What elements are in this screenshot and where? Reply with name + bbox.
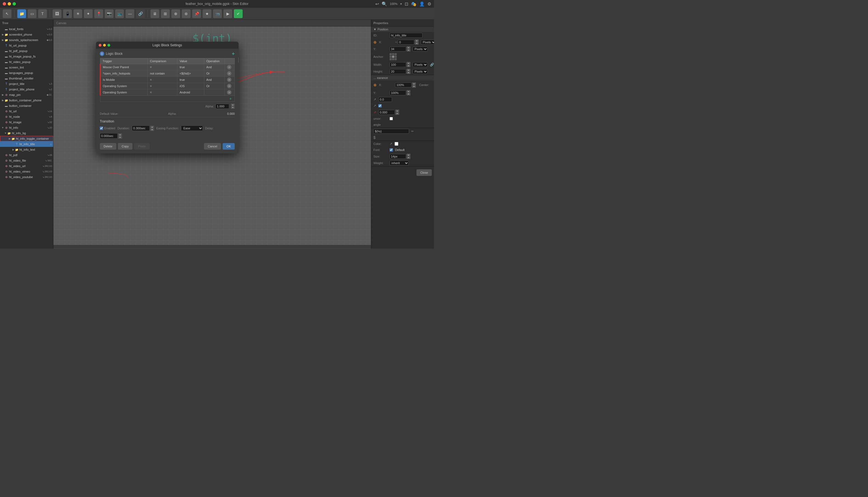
anchor-br[interactable] <box>394 58 397 60</box>
select-tool[interactable]: ↖ <box>3 9 12 18</box>
anchor-bl[interactable] <box>390 58 392 60</box>
search-icon[interactable]: 🔍 <box>382 1 387 6</box>
scale-x-increment[interactable]: ▲ <box>412 83 416 85</box>
maximize-button[interactable] <box>13 2 16 5</box>
scale-x-input[interactable] <box>395 83 411 87</box>
canvas-scrollbar-horizontal[interactable] <box>54 245 371 248</box>
rotation-increment[interactable]: ▲ <box>395 110 399 112</box>
folder-tool[interactable]: 📁 <box>17 9 26 18</box>
delay-increment[interactable]: ▲ <box>118 133 122 136</box>
rectangle-tool[interactable]: ▭ <box>28 9 37 18</box>
display-tool[interactable]: 📺 <box>115 9 124 18</box>
tree-item-ht-url[interactable]: ⚙ ht_url ↘14 <box>0 109 53 114</box>
arrow-tool[interactable]: ⊛ <box>182 9 191 18</box>
height-unit-select[interactable]: Pixels Percent <box>412 69 428 74</box>
tree-item-ht-image[interactable]: ⚙ ht_image ↘32 <box>0 119 53 125</box>
tree-item-ht-info-bg[interactable]: ▼ 📁 ht_info_bg <box>0 130 53 136</box>
width-unit-select[interactable]: Pixels Percent <box>412 62 428 67</box>
size-increment[interactable]: ▲ <box>407 154 410 156</box>
row-delete-btn[interactable]: ✕ <box>227 77 232 82</box>
tree-item-ht-video-youtube[interactable]: ⚙ ht_video_youtube ↘382,63 <box>0 174 53 180</box>
settings-icon[interactable]: ⚙ <box>428 1 431 6</box>
add-row-button[interactable]: + <box>232 51 235 57</box>
tree-item-screentint[interactable]: ▶ 📁 screentint_phone ↘0,0 <box>0 32 53 37</box>
duration-input[interactable] <box>132 126 150 131</box>
x-input[interactable] <box>398 40 414 45</box>
alpha-input[interactable] <box>215 104 229 109</box>
modal-max-button[interactable] <box>108 44 110 46</box>
y-decrement[interactable]: ▼ <box>407 49 410 52</box>
width-input[interactable] <box>390 62 406 67</box>
rotation-decrement[interactable]: ▼ <box>395 112 399 115</box>
line-tool[interactable]: — <box>126 9 134 18</box>
link-chain-icon[interactable]: 🔗 <box>430 63 434 67</box>
tree-item-ht-video-popup[interactable]: ▬ ht_video_popup <box>0 59 53 65</box>
x-decrement[interactable]: ▼ <box>415 42 419 45</box>
play-tool[interactable]: ▶ <box>223 9 232 18</box>
skin-icon[interactable]: 🎭 <box>411 1 417 6</box>
enabled-checkbox[interactable] <box>100 127 103 130</box>
rotation-input[interactable] <box>378 110 395 115</box>
tree-item-ht-info[interactable]: ▼ ⚙ ht_info ↘20 <box>0 125 53 130</box>
anchor-tl[interactable] <box>390 53 392 55</box>
tree-item-project-title-phone[interactable]: T project_title_phone ↘2 <box>0 87 53 92</box>
y-input[interactable] <box>390 46 406 52</box>
delay-input[interactable] <box>100 133 117 139</box>
tree-item-ht-video-url[interactable]: ⚙ ht_video_url ↘382,63 <box>0 163 53 169</box>
row-delete-btn[interactable]: ✕ <box>227 65 232 69</box>
window-controls[interactable] <box>3 2 16 5</box>
row-delete-btn[interactable]: ✕ <box>227 90 232 95</box>
dollar-icon[interactable]: $ <box>374 136 376 140</box>
tree-item-ht-image-popup[interactable]: ▬ ht_image_popup_fs <box>0 54 53 59</box>
add-condition-btn[interactable]: + <box>229 97 232 101</box>
visibility-checkbox[interactable] <box>378 104 382 108</box>
width-increment[interactable]: ▲ <box>407 62 410 65</box>
row-delete-btn[interactable]: ✕ <box>227 84 232 88</box>
easing-select[interactable]: Ease Linear Ease In Ease Out <box>181 126 203 131</box>
duration-decrement[interactable]: ▼ <box>150 128 154 131</box>
id-input[interactable] <box>390 33 422 38</box>
modal-window-controls[interactable] <box>99 44 110 46</box>
tree-item-ht-video-vimeo[interactable]: ⚙ ht_video_vimeo ↘382,63 <box>0 169 53 174</box>
tree-item-sounds[interactable]: ▶ 📁 sounds_splashscreen ◆0,0 <box>0 37 53 43</box>
opacity-input[interactable] <box>378 97 392 102</box>
preview-icon[interactable]: ⊡ <box>405 1 408 6</box>
sun-tool[interactable]: ☀ <box>73 9 82 18</box>
location-tool[interactable]: 📌 <box>192 9 201 18</box>
tree-item-ht-info-toggle[interactable]: ▶ 📁 ht_info_toggle_container <box>0 136 53 141</box>
close-button[interactable] <box>3 2 6 5</box>
screen-tool[interactable]: 📱 <box>63 9 72 18</box>
color-swatch[interactable] <box>394 142 398 146</box>
logic-block-modal[interactable]: Logic Block Settings i Logic Block + ✕ <box>96 42 239 153</box>
delete-button[interactable]: Delete <box>100 143 116 150</box>
text-tool[interactable]: T <box>38 9 47 18</box>
tree-item-ht-info-text[interactable]: ▶ 📁 ht_info_text <box>0 147 53 152</box>
delete-cell[interactable]: ✕ <box>225 64 235 70</box>
cancel-button[interactable]: Cancel <box>204 143 221 150</box>
cursor-checkbox[interactable] <box>390 117 393 120</box>
tree-item-thumbnail-scroller[interactable]: ▬ thumbnail_scroller <box>0 76 53 81</box>
scale-y-input[interactable] <box>390 90 406 95</box>
anchor-mr[interactable] <box>394 56 397 58</box>
x-increment[interactable]: ▲ <box>415 40 419 42</box>
tree-item-local-fonts[interactable]: ▬ local_fonts ↘0,0 <box>0 26 53 32</box>
camera-tool[interactable]: 📹 <box>213 9 222 18</box>
scale-x-decrement[interactable]: ▼ <box>412 85 416 88</box>
delete-cell[interactable]: ✕ <box>225 83 235 89</box>
y-increment[interactable]: ▲ <box>407 46 410 49</box>
tree-item-project-title[interactable]: T project_title ↘3 <box>0 81 53 87</box>
scale-y-increment[interactable]: ▲ <box>407 90 410 93</box>
tree-item-ht-pdf[interactable]: ⚙ ht_pdf ↘26 <box>0 152 53 158</box>
width-decrement[interactable]: ▼ <box>407 65 410 67</box>
tree-item-map-pin[interactable]: ▶ ⚙ map_pin ◆22, <box>0 92 53 98</box>
font-checkbox[interactable] <box>390 148 393 152</box>
alpha-increment[interactable]: ▲ <box>231 103 235 106</box>
tree-item-button-container[interactable]: ▬ button_container <box>0 103 53 109</box>
height-decrement[interactable]: ▼ <box>407 71 410 74</box>
duration-increment[interactable]: ▲ <box>150 126 154 128</box>
copy-button[interactable]: Copy <box>118 143 133 150</box>
tree-item-ht-info-title[interactable]: T ht_info_title ◆ <box>0 141 53 147</box>
close-panel-button[interactable]: Close <box>417 169 432 176</box>
anchor-mc[interactable] <box>392 56 394 58</box>
delete-cell[interactable]: ✕ <box>225 70 235 77</box>
